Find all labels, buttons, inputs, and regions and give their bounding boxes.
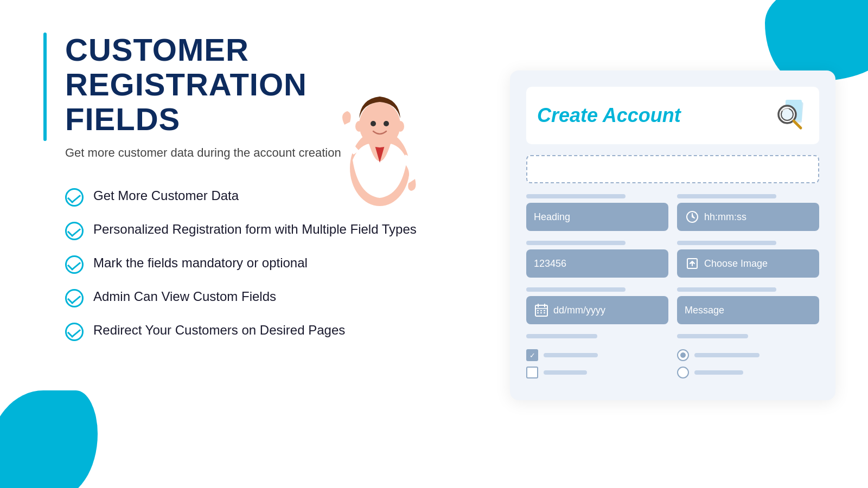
svg-rect-19 [540, 310, 542, 311]
time-col: hh:mm:ss [677, 194, 819, 231]
feature-3-text: Mark the fields mandatory or optional [93, 254, 308, 272]
form-row-1: Heading hh:mm:ss [526, 194, 819, 231]
radio-1[interactable] [677, 349, 689, 361]
checkbox-label-bar [526, 334, 597, 338]
form-panel: Create Account Heading [510, 70, 835, 400]
form-title: Create Account [537, 104, 681, 127]
heading-text: Heading [534, 211, 570, 223]
upload-icon [685, 256, 700, 271]
checkbox-item-2 [526, 367, 668, 378]
date-label-bar [526, 287, 626, 292]
feature-2-text: Personalized Registration form with Mult… [93, 221, 417, 238]
number-field[interactable]: 123456 [526, 249, 668, 278]
list-item: Personalized Registration form with Mult… [65, 221, 418, 240]
date-text: dd/mm/yyyy [553, 305, 605, 316]
form-row-3: dd/mm/yyyy Message [526, 287, 819, 324]
svg-point-4 [384, 121, 389, 126]
number-label-bar [526, 241, 626, 245]
checkbox-item-1 [526, 349, 668, 361]
heading-label-bar [526, 194, 626, 198]
list-item: Admin Can View Custom Fields [65, 288, 418, 307]
svg-point-3 [371, 121, 376, 126]
radio-item-1 [677, 349, 819, 361]
heading-col: Heading [526, 194, 668, 231]
image-text: Choose Image [704, 258, 768, 269]
accent-bar [43, 33, 47, 141]
feature-1-text: Get More Customer Data [93, 187, 239, 204]
svg-rect-23 [544, 312, 545, 313]
checkbox-1[interactable] [526, 349, 538, 361]
magnifier-icon [772, 98, 807, 133]
time-field[interactable]: hh:mm:ss [677, 203, 819, 231]
form-header: Create Account [526, 87, 819, 144]
search-icon-wrapper [770, 97, 808, 134]
image-label-bar [677, 241, 776, 245]
svg-point-2 [359, 102, 400, 147]
message-label-bar [677, 287, 776, 292]
svg-rect-20 [544, 310, 545, 311]
list-item: Mark the fields mandatory or optional [65, 254, 418, 274]
date-field[interactable]: dd/mm/yyyy [526, 296, 668, 324]
message-field[interactable]: Message [677, 296, 819, 324]
time-text: hh:mm:ss [704, 211, 746, 223]
radio-label-bar [677, 334, 748, 338]
svg-rect-22 [540, 312, 542, 313]
image-field[interactable]: Choose Image [677, 249, 819, 278]
checkbox-2-label [544, 370, 587, 375]
checkbox-group [526, 334, 668, 378]
radio-group [677, 334, 819, 378]
check-icon-4 [65, 289, 84, 307]
features-list: Get More Customer Data Personalized Regi… [65, 187, 418, 341]
feature-5-text: Redirect Your Customers on Desired Pages [93, 322, 345, 339]
radio-2-label [694, 370, 743, 375]
blob-bottom-left [0, 390, 98, 488]
form-row-4 [526, 334, 819, 378]
date-col: dd/mm/yyyy [526, 287, 668, 324]
message-col: Message [677, 287, 819, 324]
checkbox-1-label [544, 353, 598, 357]
svg-point-6 [397, 121, 404, 132]
svg-point-5 [355, 121, 363, 132]
check-icon-2 [65, 222, 84, 240]
message-text: Message [685, 305, 724, 316]
check-icon-1 [65, 188, 84, 207]
number-text: 123456 [534, 258, 566, 269]
heading-field[interactable]: Heading [526, 203, 668, 231]
radio-2[interactable] [677, 367, 689, 378]
check-icon-5 [65, 323, 84, 341]
form-row-2: 123456 Choose Image [526, 241, 819, 278]
checkbox-2[interactable] [526, 367, 538, 378]
blob-top-right [765, 0, 868, 81]
svg-rect-21 [537, 312, 539, 313]
svg-rect-18 [537, 310, 539, 311]
check-icon-3 [65, 255, 84, 274]
list-item: Redirect Your Customers on Desired Pages [65, 322, 418, 341]
time-label-bar [677, 194, 776, 198]
person-illustration [320, 54, 439, 206]
radio-item-2 [677, 367, 819, 378]
feature-4-text: Admin Can View Custom Fields [93, 288, 276, 305]
search-box-dashed[interactable] [526, 155, 819, 183]
calendar-icon [534, 303, 549, 318]
number-col: 123456 [526, 241, 668, 278]
radio-1-label [694, 353, 760, 357]
image-col: Choose Image [677, 241, 819, 278]
clock-icon [685, 209, 700, 224]
